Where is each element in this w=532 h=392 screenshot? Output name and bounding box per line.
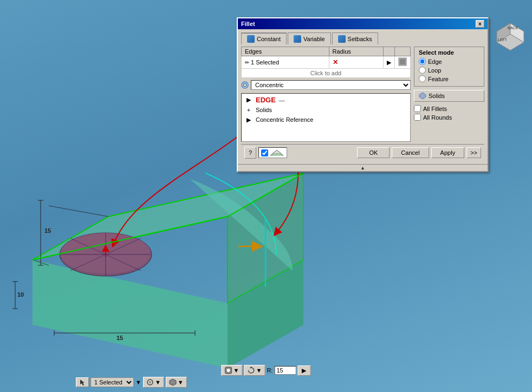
svg-point-43 <box>242 82 248 88</box>
toolbar-icon-1[interactable]: ▼ <box>222 365 243 376</box>
concentric-select[interactable]: Concentric <box>251 80 411 90</box>
edges-table: Edges Radius ✏ 1 Selected <box>241 47 411 78</box>
radius-cell: ✕ <box>329 56 383 69</box>
expand-button[interactable]: >> <box>466 147 481 158</box>
dialog-title: Fillet <box>241 21 255 27</box>
radio-loop[interactable]: Loop <box>419 67 479 74</box>
all-fillets-row[interactable]: All Fillets <box>414 105 484 112</box>
bottom-toolbar-row2: 1 Selected ▼ ▼ ▼ <box>76 377 187 388</box>
cursor-icon[interactable] <box>76 377 89 387</box>
click-to-add: Click to add <box>242 69 411 78</box>
extra-icon <box>169 378 177 386</box>
r-label: R: <box>267 367 273 374</box>
help-button[interactable]: ? <box>244 147 256 159</box>
concentric-row: Concentric <box>241 80 411 90</box>
svg-point-47 <box>227 369 230 372</box>
edge-label: EDGE <box>256 96 276 104</box>
concentric-icon <box>241 81 249 89</box>
svg-marker-45 <box>419 93 426 99</box>
dialog-body: Constant Variable Setbacks Edges <box>238 29 488 164</box>
arrow-icon-2: ▶ <box>245 116 252 123</box>
icon-col-header2 <box>395 47 411 56</box>
all-rounds-checkbox[interactable] <box>414 114 421 121</box>
svg-marker-49 <box>80 380 85 386</box>
dropdown-arrow3: ▼ <box>155 379 161 386</box>
dropdown-arrow2: ▼ <box>256 367 262 374</box>
radio-edge[interactable]: Edge <box>419 58 479 65</box>
radio-feature-label: Feature <box>428 76 449 82</box>
radio-feature[interactable]: Feature <box>419 75 479 82</box>
snap-icon <box>225 367 232 374</box>
radio-loop-label: Loop <box>428 67 441 74</box>
radius-input[interactable] <box>274 366 296 375</box>
preview-area <box>258 147 287 158</box>
x-icon: ✕ <box>333 58 338 66</box>
all-fillets-checkbox[interactable] <box>414 105 421 112</box>
list-item-concentric[interactable]: ▶ Concentric Reference <box>243 115 409 125</box>
items-list: ▶ EDGE — + Solids ▶ Concentric Reference <box>241 93 411 142</box>
dialog-close-button[interactable]: × <box>476 20 484 28</box>
left-panel: Edges Radius ✏ 1 Selected <box>241 47 411 142</box>
table-row[interactable]: ✏ 1 Selected ✕ ▶ <box>242 56 411 69</box>
icon-cell[interactable] <box>395 56 411 69</box>
concentric-ref-label: Concentric Reference <box>256 116 313 123</box>
svg-text:BACK: BACK <box>508 26 518 30</box>
gear-icon <box>146 378 154 386</box>
arrow-cell[interactable]: ▶ <box>384 56 395 69</box>
select-dropdown[interactable]: 1 Selected <box>90 377 134 387</box>
dialog-content: Edges Radius ✏ 1 Selected <box>241 47 484 142</box>
all-rounds-row[interactable]: All Rounds <box>414 114 484 121</box>
radio-loop-input[interactable] <box>419 67 426 74</box>
radio-edge-label: Edge <box>428 58 442 65</box>
radius-arrow[interactable]: ▶ <box>297 365 310 376</box>
radio-feature-input[interactable] <box>419 75 426 82</box>
fillet-dialog: Fillet × Constant Variable Setbacks <box>237 17 489 172</box>
list-item-edge[interactable]: ▶ EDGE — <box>243 95 409 105</box>
icon-col-header <box>384 47 395 56</box>
svg-text:LEFT: LEFT <box>498 38 508 42</box>
list-item-solids[interactable]: + Solids <box>243 105 409 115</box>
arrow-icon: ▶ <box>245 96 252 104</box>
gear-icon-btn[interactable]: ▼ <box>143 377 164 388</box>
extra-icon-btn[interactable]: ▼ <box>166 377 187 388</box>
edges-cell: ✏ 1 Selected <box>242 56 329 69</box>
radio-edge-input[interactable] <box>419 58 426 65</box>
dim-label-15-bottom: 15 <box>116 335 123 341</box>
solids-label: Solids <box>256 107 272 113</box>
right-panel: Select mode Edge Loop Feature <box>414 47 484 142</box>
all-rounds-label: All Rounds <box>423 114 452 121</box>
dialog-footer: ? OK Cancel Apply >> <box>241 144 484 161</box>
bottom-toolbar-row1: ▼ ▼ R: ▶ <box>222 365 311 376</box>
preview-checkbox[interactable] <box>261 149 268 156</box>
tab-constant[interactable]: Constant <box>241 32 287 44</box>
select-mode-title: Select mode <box>419 49 479 56</box>
dialog-titlebar: Fillet × <box>238 18 488 29</box>
dim-label-10: 10 <box>17 291 24 298</box>
collapse-arrow[interactable]: ▲ <box>238 164 488 171</box>
click-to-add-row: Click to add <box>242 69 411 78</box>
ok-button[interactable]: OK <box>357 147 390 158</box>
toolbar-icon-2[interactable]: ▼ <box>244 365 265 376</box>
svg-point-51 <box>149 381 151 383</box>
footer-left: ? <box>244 147 287 159</box>
solids-button[interactable]: Solids <box>414 90 484 102</box>
tab-variable[interactable]: Variable <box>288 32 331 44</box>
nav-cube: BACK LEFT <box>491 15 529 53</box>
dim-label-15-left: 15 <box>44 227 51 234</box>
svg-marker-52 <box>170 379 176 386</box>
tab-setbacks[interactable]: Setbacks <box>332 32 378 44</box>
solids-btn-label: Solids <box>429 93 445 99</box>
dialog-tabs: Constant Variable Setbacks <box>241 32 484 44</box>
select-mode-group: Select mode Edge Loop Feature <box>414 47 484 87</box>
apply-button[interactable]: Apply <box>431 147 465 158</box>
dropdown-arrow4: ▼ <box>178 379 184 386</box>
cancel-button[interactable]: Cancel <box>392 147 429 158</box>
dropdown-indicator: ▼ <box>135 379 141 386</box>
pencil-icon: ✏ <box>245 60 249 66</box>
svg-marker-48 <box>250 367 253 368</box>
svg-rect-42 <box>400 59 405 64</box>
plus-icon: + <box>245 106 252 114</box>
footer-buttons: OK Cancel Apply >> <box>357 147 481 158</box>
selected-count: 1 Selected <box>251 59 279 66</box>
radius-col-header: Radius <box>329 47 383 56</box>
